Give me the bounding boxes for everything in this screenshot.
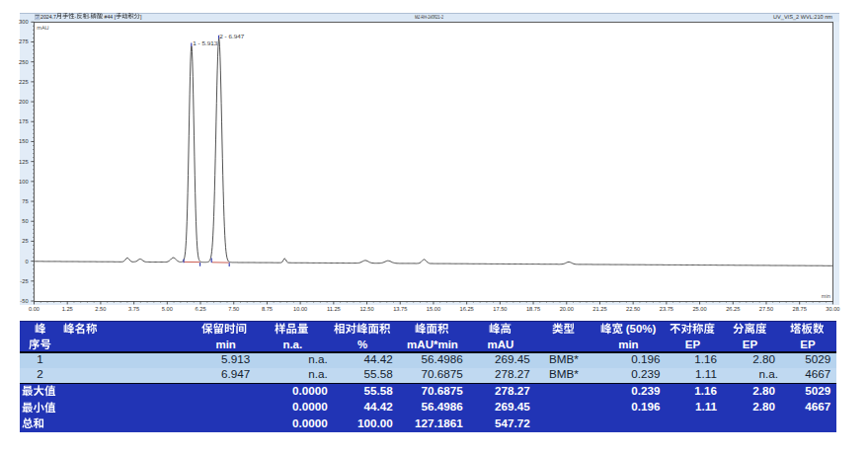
svg-text:26.25: 26.25	[726, 307, 740, 313]
svg-text:1.25: 1.25	[62, 307, 73, 313]
svg-text:11.25: 11.25	[327, 307, 341, 313]
svg-text:1 - 5.913: 1 - 5.913	[193, 40, 218, 47]
svg-text:250: 250	[19, 60, 29, 66]
svg-text:12.50: 12.50	[359, 307, 373, 313]
svg-text:min: min	[822, 293, 830, 300]
svg-text:7.50: 7.50	[228, 307, 239, 313]
svg-text:100: 100	[19, 180, 29, 186]
svg-text:20.00: 20.00	[560, 307, 574, 313]
svg-text:28.75: 28.75	[793, 307, 807, 313]
svg-text:27.50: 27.50	[759, 307, 773, 313]
svg-text:18.75: 18.75	[526, 307, 540, 313]
svg-text:-25: -25	[20, 279, 28, 285]
svg-text:21.25: 21.25	[592, 307, 606, 313]
svg-text:25: 25	[22, 239, 28, 245]
svg-text:13.75: 13.75	[393, 307, 407, 313]
svg-text:3.75: 3.75	[128, 307, 139, 313]
svg-text:8.75: 8.75	[262, 307, 273, 313]
svg-text:150: 150	[19, 139, 29, 145]
svg-text:-: -	[89, 14, 91, 20]
svg-text:-50: -50	[20, 299, 28, 305]
svg-text:2 - 6.947: 2 - 6.947	[219, 34, 244, 40]
svg-text:]: ]	[140, 14, 142, 20]
svg-text:16.25: 16.25	[460, 307, 474, 313]
svg-text:75: 75	[22, 199, 28, 205]
svg-text:225: 225	[19, 80, 29, 86]
svg-text:30.00: 30.00	[826, 307, 839, 313]
svg-text:0: 0	[25, 260, 28, 265]
svg-text:UV_VIS_2 WVL:210 nm: UV_VIS_2 WVL:210 nm	[773, 15, 832, 21]
svg-text:23.75: 23.75	[660, 307, 673, 313]
svg-text:175: 175	[19, 119, 29, 125]
svg-text:mAU: mAU	[37, 26, 48, 32]
svg-text:200: 200	[19, 100, 29, 106]
svg-text:MZ-RH-240621-2: MZ-RH-240621-2	[415, 15, 443, 21]
svg-text:17.50: 17.50	[493, 307, 507, 313]
svg-text:2024.7: 2024.7	[40, 14, 56, 20]
svg-text:6.25: 6.25	[195, 307, 205, 313]
svg-text:#44 [: #44 [	[103, 14, 117, 20]
svg-text:-: -	[75, 14, 77, 20]
svg-text:15.00: 15.00	[427, 307, 440, 313]
svg-text:300: 300	[19, 20, 29, 26]
svg-text:125: 125	[19, 160, 29, 166]
svg-text:2.50: 2.50	[95, 307, 106, 313]
svg-text:22.50: 22.50	[626, 307, 640, 313]
svg-text:50: 50	[22, 219, 28, 225]
svg-text:5.00: 5.00	[162, 307, 173, 313]
svg-text:25.00: 25.00	[692, 307, 706, 313]
svg-text:0.00: 0.00	[29, 307, 39, 313]
svg-text:275: 275	[19, 39, 29, 45]
svg-text:10.00: 10.00	[293, 307, 307, 313]
